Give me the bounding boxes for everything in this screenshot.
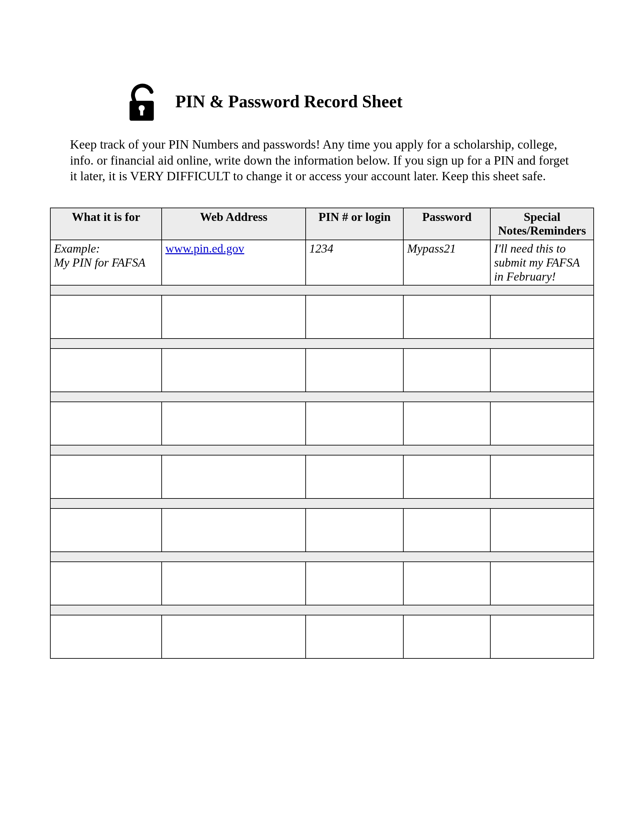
blank-cell[interactable] [403, 562, 490, 605]
col-pin-login: PIN # or login [306, 208, 403, 240]
intro-paragraph: Keep track of your PIN Numbers and passw… [70, 137, 574, 184]
blank-cell[interactable] [490, 295, 594, 339]
separator-row [50, 392, 594, 402]
blank-cell[interactable] [490, 562, 594, 605]
col-what-for: What it is for [50, 208, 162, 240]
blank-cell[interactable] [162, 562, 306, 605]
col-notes: Special Notes/Reminders [490, 208, 594, 240]
blank-cell[interactable] [403, 402, 490, 445]
blank-cell[interactable] [50, 508, 162, 552]
blank-cell[interactable] [403, 349, 490, 392]
table-row [50, 562, 594, 605]
blank-cell[interactable] [162, 455, 306, 499]
blank-cell[interactable] [50, 295, 162, 339]
table-row [50, 455, 594, 499]
password-table: What it is for Web Address PIN # or logi… [50, 207, 594, 659]
table-header-row: What it is for Web Address PIN # or logi… [50, 208, 594, 240]
separator-cell [50, 392, 594, 402]
table-row [50, 508, 594, 552]
separator-row [50, 605, 594, 615]
separator-row [50, 552, 594, 562]
separator-cell [50, 552, 594, 562]
blank-cell[interactable] [490, 402, 594, 445]
svg-rect-2 [140, 108, 143, 116]
example-notes: I'll need this to submit my FAFSA in Feb… [490, 240, 594, 285]
blank-cell[interactable] [162, 508, 306, 552]
blank-cell[interactable] [490, 615, 594, 658]
blank-cell[interactable] [162, 402, 306, 445]
blank-cell[interactable] [306, 455, 403, 499]
blank-cell[interactable] [162, 295, 306, 339]
header: PIN & Password Record Sheet [120, 80, 594, 123]
blank-cell[interactable] [50, 615, 162, 658]
blank-cell[interactable] [306, 562, 403, 605]
separator-cell [50, 499, 594, 508]
blank-cell[interactable] [403, 455, 490, 499]
table-row [50, 402, 594, 445]
blank-cell[interactable] [306, 402, 403, 445]
separator-row [50, 445, 594, 455]
separator-cell [50, 445, 594, 455]
blank-cell[interactable] [50, 562, 162, 605]
example-web: www.pin.ed.gov [162, 240, 306, 285]
blank-cell[interactable] [490, 349, 594, 392]
example-pin: 1234 [306, 240, 403, 285]
blank-cell[interactable] [306, 349, 403, 392]
example-for-line2: My PIN for FAFSA [54, 256, 145, 269]
blank-cell[interactable] [490, 455, 594, 499]
blank-cell[interactable] [306, 295, 403, 339]
table-row [50, 295, 594, 339]
separator-cell [50, 605, 594, 615]
separator-cell [50, 285, 594, 295]
table-row [50, 615, 594, 658]
col-web-address: Web Address [162, 208, 306, 240]
example-row: Example: My PIN for FAFSA www.pin.ed.gov… [50, 240, 594, 285]
example-web-link[interactable]: www.pin.ed.gov [165, 242, 244, 255]
separator-row [50, 339, 594, 349]
blank-cell[interactable] [403, 615, 490, 658]
page-title: PIN & Password Record Sheet [175, 92, 402, 111]
blank-cell[interactable] [50, 455, 162, 499]
blank-cell[interactable] [490, 508, 594, 552]
blank-cell[interactable] [162, 615, 306, 658]
example-what-for: Example: My PIN for FAFSA [50, 240, 162, 285]
blank-cell[interactable] [403, 295, 490, 339]
lock-icon [120, 80, 163, 123]
blank-cell[interactable] [306, 615, 403, 658]
blank-cell[interactable] [162, 349, 306, 392]
separator-row [50, 499, 594, 508]
col-password: Password [403, 208, 490, 240]
example-for-line1: Example: [54, 242, 100, 255]
blank-cell[interactable] [306, 508, 403, 552]
blank-cell[interactable] [50, 402, 162, 445]
example-password: Mypass21 [403, 240, 490, 285]
blank-cell[interactable] [50, 349, 162, 392]
separator-cell [50, 339, 594, 349]
blank-cell[interactable] [403, 508, 490, 552]
separator-row [50, 285, 594, 295]
table-row [50, 349, 594, 392]
